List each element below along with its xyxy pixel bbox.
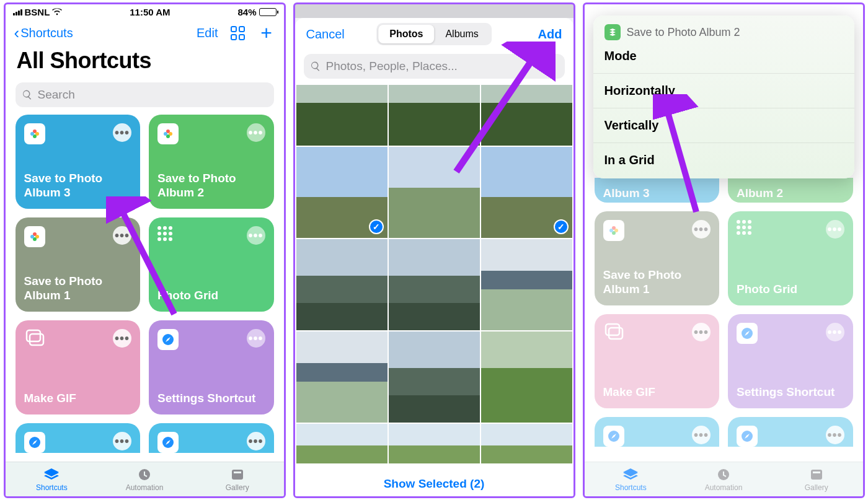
tile-photo-grid[interactable]: ••• Photo Grid [149, 217, 274, 312]
stack-icon [603, 323, 624, 344]
back-button[interactable]: ‹ Shortcuts [14, 26, 73, 40]
check-icon: ✓ [554, 219, 569, 234]
tile-partial-1[interactable]: ••• [16, 423, 141, 453]
tab-label: Gallery [226, 483, 249, 492]
tile-menu-button[interactable]: ••• [113, 329, 131, 348]
segment-photos[interactable]: Photos [378, 25, 434, 43]
safari-icon [737, 426, 758, 447]
photo-cell[interactable] [481, 85, 572, 146]
layout-button[interactable] [229, 24, 247, 42]
status-bar: BSNL 11:50 AM 84% [6, 4, 284, 19]
tab-shortcuts[interactable]: Shortcuts [585, 462, 678, 496]
popup-title-label: Save to Photo Album 2 [627, 26, 740, 39]
tile-label: Save to Photo Album 1 [24, 274, 132, 303]
tab-automation[interactable]: Automation [677, 462, 770, 496]
edit-button[interactable]: Edit [197, 26, 218, 40]
safari-icon [157, 329, 179, 350]
photo-cell[interactable] [481, 331, 572, 423]
gallery-icon [229, 467, 246, 482]
svg-rect-38 [811, 470, 822, 480]
page-title: All Shortcuts [6, 45, 284, 80]
stack-icon [43, 467, 60, 482]
safari-icon [157, 432, 179, 453]
gallery-icon [808, 467, 825, 482]
photo-cell[interactable] [296, 331, 388, 423]
photo-cell[interactable] [481, 239, 572, 330]
keypad-icon [737, 220, 751, 239]
photo-cell[interactable] [389, 239, 480, 330]
popup-title: Save to Photo Album 2 [593, 24, 854, 46]
svg-rect-22 [234, 471, 241, 473]
nav-bar: ‹ Shortcuts Edit + [6, 19, 284, 45]
svg-rect-29 [606, 324, 619, 335]
tab-gallery[interactable]: Gallery [770, 462, 863, 496]
search-placeholder: Photos, People, Places... [326, 59, 458, 73]
back-label: Shortcuts [20, 26, 73, 40]
segment-albums[interactable]: Albums [434, 25, 489, 43]
svg-rect-21 [232, 470, 243, 480]
shortcut-grid: ••• Save to Photo Album 3 ••• Save to Ph… [6, 115, 284, 453]
tile-label: Save to Photo Album 3 [24, 172, 132, 200]
tile-menu-button[interactable]: ••• [113, 432, 131, 450]
tile-menu-button[interactable]: ••• [247, 432, 265, 450]
photo-cell[interactable] [296, 424, 388, 463]
add-button[interactable]: Add [538, 27, 562, 42]
tile-label: Settings Shortcut [157, 392, 265, 406]
tab-automation[interactable]: Automation [98, 462, 191, 496]
tile-save-album-3[interactable]: ••• Save to Photo Album 3 [16, 115, 141, 209]
shortcut-grid-background: •••Save to Photo Album 1 •••Photo Grid •… [585, 211, 863, 447]
tile-save-album-2[interactable]: ••• Save to Photo Album 2 [149, 115, 274, 209]
stack-icon [622, 467, 639, 482]
cancel-button[interactable]: Cancel [306, 27, 345, 42]
tab-bar: Shortcuts Automation Gallery [6, 462, 284, 496]
show-selected-button[interactable]: Show Selected (2) [295, 463, 574, 496]
picker-search-input[interactable]: Photos, People, Places... [304, 54, 565, 79]
photo-cell[interactable] [389, 147, 480, 238]
tile-menu-button[interactable]: ••• [247, 123, 265, 142]
search-input[interactable]: Search [16, 82, 274, 107]
clock-label: 11:50 AM [130, 7, 170, 17]
tile-make-gif[interactable]: ••• Make GIF [16, 320, 141, 414]
tab-shortcuts[interactable]: Shortcuts [6, 462, 99, 496]
option-mode[interactable]: Mode [593, 46, 854, 73]
photo-cell[interactable] [389, 85, 480, 146]
option-horizontally[interactable]: Horizontally [593, 73, 854, 108]
tile-menu-button[interactable]: ••• [113, 226, 131, 245]
chevron-left-icon: ‹ [14, 27, 20, 39]
option-grid[interactable]: In a Grid [593, 143, 854, 177]
photo-cell[interactable] [296, 239, 388, 330]
tile-menu-button[interactable]: ••• [247, 329, 265, 348]
battery-label: 84% [237, 7, 256, 17]
shortcut-grid-background: Album 3 Album 2 [585, 178, 863, 203]
tab-gallery[interactable]: Gallery [191, 462, 284, 496]
photo-cell[interactable] [481, 424, 572, 463]
tile-save-album-1[interactable]: ••• Save to Photo Album 1 [16, 217, 141, 312]
tile-bg: ••• [595, 417, 720, 447]
wifi-icon [52, 7, 62, 17]
tile-menu-button[interactable]: ••• [247, 226, 265, 245]
tile-bg: •••Settings Shortcut [728, 314, 853, 408]
photo-cell[interactable] [389, 424, 480, 463]
tile-partial-2[interactable]: ••• [149, 423, 274, 453]
photo-cell[interactable] [389, 331, 480, 423]
carrier-label: BSNL [25, 7, 50, 17]
tile-menu-button[interactable]: ••• [113, 123, 131, 142]
search-placeholder: Search [38, 88, 75, 102]
add-button[interactable]: + [258, 24, 275, 42]
screen-mode-picker: Album 3 Album 2 •••Save to Photo Album 1… [583, 2, 865, 498]
photo-cell[interactable] [296, 85, 388, 146]
svg-point-28 [609, 229, 613, 232]
clock-icon [715, 467, 732, 482]
safari-icon [24, 432, 45, 453]
photo-cell-selected[interactable]: ✓ [481, 147, 572, 238]
option-vertically[interactable]: Vertically [593, 108, 854, 143]
search-icon [22, 89, 33, 100]
tile-bg: •••Photo Grid [728, 211, 853, 305]
safari-icon [737, 323, 758, 344]
tile-settings-shortcut[interactable]: ••• Settings Shortcut [149, 320, 274, 414]
svg-point-7 [164, 132, 167, 136]
battery-icon [259, 8, 277, 16]
tile-label: Make GIF [24, 392, 132, 406]
photo-cell-selected[interactable]: ✓ [296, 147, 388, 238]
photo-grid: ✓ ✓ [295, 85, 574, 463]
